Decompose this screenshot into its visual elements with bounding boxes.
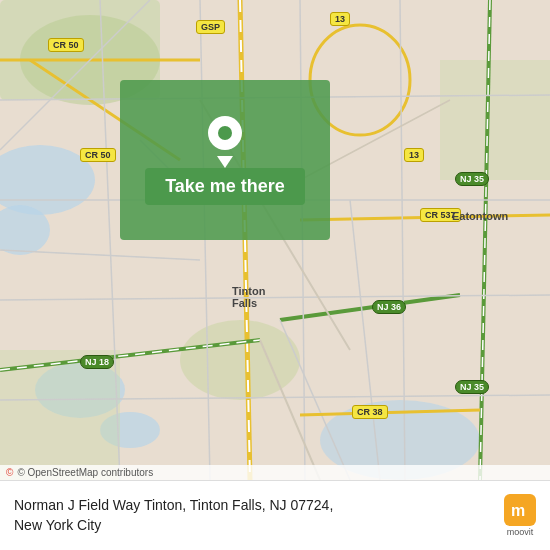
svg-text:m: m — [511, 502, 525, 519]
label-eatontown: Eatontown — [452, 210, 508, 222]
road-badge-nj18: NJ 18 — [80, 355, 114, 369]
svg-rect-7 — [440, 60, 550, 180]
moovit-text: moovit — [507, 527, 534, 537]
road-badge-cr50-mid: CR 50 — [80, 148, 116, 162]
map-container: Take me there CR 50 CR 50 GSP 13 13 NJ 3… — [0, 0, 550, 480]
road-badge-13-mid: 13 — [404, 148, 424, 162]
moovit-logo[interactable]: m moovit — [504, 494, 536, 537]
attribution-bar: © © OpenStreetMap contributors — [0, 465, 550, 480]
road-badge-gsp: GSP — [196, 20, 225, 34]
label-tinton-falls: TintonFalls — [232, 285, 265, 309]
address-line1: Norman J Field Way Tinton, Tinton Falls,… — [14, 497, 333, 513]
location-pin — [207, 116, 243, 160]
info-bar: Norman J Field Way Tinton, Tinton Falls,… — [0, 480, 550, 550]
attribution-text: © OpenStreetMap contributors — [17, 467, 153, 478]
road-badge-cr50-top: CR 50 — [48, 38, 84, 52]
map-roads — [0, 0, 550, 480]
take-me-there-button[interactable]: Take me there — [145, 168, 305, 205]
road-badge-nj36: NJ 36 — [372, 300, 406, 314]
pin-tail — [217, 156, 233, 168]
address-line2: New York City — [14, 517, 101, 533]
osm-logo: © — [6, 467, 13, 478]
road-badge-13-top: 13 — [330, 12, 350, 26]
location-overlay: Take me there — [120, 80, 330, 240]
road-badge-cr38: CR 38 — [352, 405, 388, 419]
moovit-icon: m — [504, 494, 536, 526]
address-text: Norman J Field Way Tinton, Tinton Falls,… — [14, 496, 333, 535]
pin-circle — [208, 116, 242, 150]
road-badge-nj35-bot: NJ 35 — [455, 380, 489, 394]
road-badge-nj35-top: NJ 35 — [455, 172, 489, 186]
svg-point-8 — [180, 320, 300, 400]
